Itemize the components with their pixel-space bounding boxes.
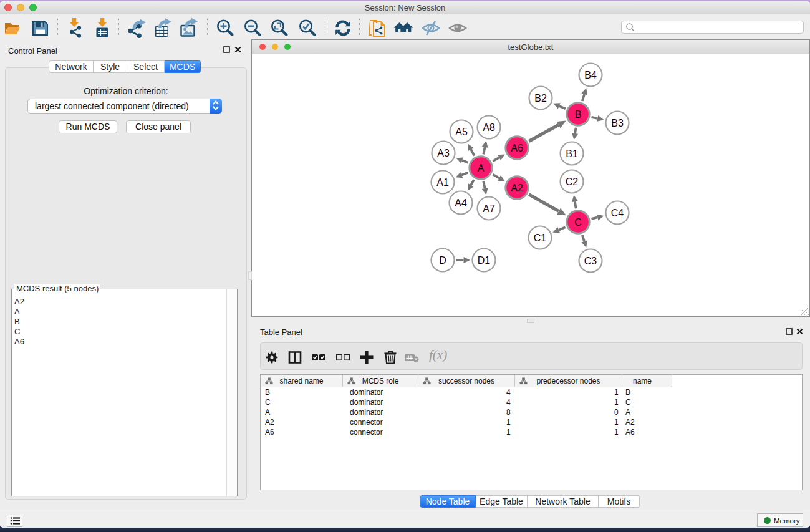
- svg-text:C: C: [574, 217, 582, 228]
- svg-text:D: D: [439, 255, 446, 266]
- svg-text:A5: A5: [455, 127, 468, 137]
- svg-text:B3: B3: [611, 118, 624, 128]
- svg-text:B2: B2: [534, 93, 547, 104]
- svg-text:C4: C4: [611, 208, 624, 218]
- svg-text:A3: A3: [437, 148, 450, 158]
- svg-text:A2: A2: [511, 183, 523, 193]
- svg-text:D1: D1: [478, 255, 491, 266]
- svg-text:A1: A1: [436, 177, 449, 188]
- svg-text:B4: B4: [584, 70, 597, 80]
- svg-text:A4: A4: [455, 198, 467, 208]
- svg-text:A: A: [478, 163, 485, 173]
- svg-text:A7: A7: [483, 203, 495, 214]
- svg-text:B: B: [575, 109, 582, 120]
- svg-text:C2: C2: [566, 177, 579, 187]
- svg-text:C3: C3: [584, 256, 597, 266]
- svg-text:A6: A6: [511, 143, 523, 153]
- svg-text:B1: B1: [566, 148, 578, 159]
- svg-text:A8: A8: [483, 122, 495, 133]
- svg-text:C1: C1: [534, 233, 547, 243]
